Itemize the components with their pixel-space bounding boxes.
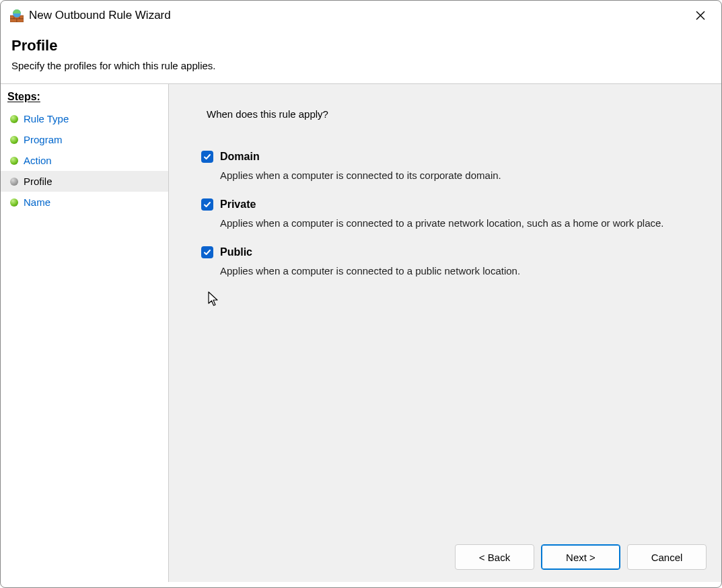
step-label: Name [24, 196, 50, 208]
steps-sidebar: Steps: Rule Type Program Action Profile … [1, 84, 169, 582]
step-bullet-icon [10, 198, 18, 207]
private-checkbox[interactable] [201, 198, 213, 211]
svg-rect-5 [17, 19, 24, 22]
titlebar-left: New Outbound Rule Wizard [10, 9, 171, 22]
page-subheading: Specify the profiles for which this rule… [11, 60, 711, 71]
option-domain: Domain Applies when a computer is connec… [201, 151, 689, 182]
step-bullet-icon [10, 178, 18, 186]
step-label: Profile [24, 176, 52, 187]
step-label: Program [24, 134, 63, 145]
domain-label: Domain [220, 151, 260, 163]
step-bullet-icon [10, 136, 18, 144]
next-button[interactable]: Next > [541, 544, 620, 570]
step-label: Action [24, 155, 52, 166]
public-checkbox[interactable] [201, 246, 213, 258]
step-bullet-icon [10, 115, 18, 123]
option-private: Private Applies when a computer is conne… [201, 198, 689, 230]
steps-label: Steps: [1, 87, 168, 108]
body-area: Steps: Rule Type Program Action Profile … [1, 84, 721, 582]
back-button[interactable]: < Back [455, 544, 534, 570]
svg-rect-4 [10, 19, 17, 22]
close-button[interactable] [686, 5, 715, 26]
titlebar: New Outbound Rule Wizard [1, 1, 721, 30]
prompt-text: When does this rule apply? [207, 108, 689, 120]
cancel-button[interactable]: Cancel [627, 544, 707, 570]
step-label: Rule Type [24, 113, 69, 124]
svg-rect-1 [10, 15, 14, 19]
step-rule-type[interactable]: Rule Type [1, 108, 168, 129]
private-label: Private [220, 198, 256, 211]
window-title: New Outbound Rule Wizard [29, 9, 171, 22]
private-description: Applies when a computer is connected to … [220, 216, 689, 230]
step-bullet-icon [10, 157, 18, 165]
domain-description: Applies when a computer is connected to … [220, 168, 689, 182]
public-label: Public [220, 246, 252, 258]
wizard-button-bar: < Back Next > Cancel [455, 544, 707, 570]
header-section: Profile Specify the profiles for which t… [1, 30, 721, 83]
step-action[interactable]: Action [1, 150, 168, 171]
step-program[interactable]: Program [1, 129, 168, 150]
step-name[interactable]: Name [1, 192, 168, 213]
page-heading: Profile [11, 37, 711, 54]
step-profile[interactable]: Profile [1, 171, 168, 192]
option-public: Public Applies when a computer is connec… [201, 246, 689, 278]
firewall-icon [10, 9, 24, 22]
profile-options: Domain Applies when a computer is connec… [201, 151, 689, 294]
domain-checkbox[interactable] [201, 151, 213, 163]
content-panel: When does this rule apply? Domain Applie… [169, 84, 721, 582]
svg-rect-3 [20, 15, 24, 19]
public-description: Applies when a computer is connected to … [220, 264, 689, 278]
